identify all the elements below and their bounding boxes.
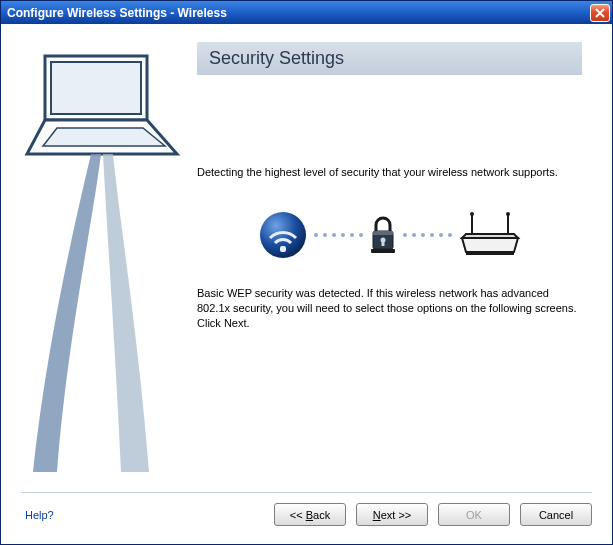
wireless-signal-icon: [258, 210, 308, 260]
help-link[interactable]: Help?: [25, 509, 54, 521]
wizard-illustration: [21, 42, 191, 484]
result-text: Basic WEP security was detected. If this…: [197, 286, 582, 331]
detection-diagram: [197, 210, 582, 260]
titlebar: Configure Wireless Settings - Wireless: [1, 1, 612, 24]
padlock-icon: [369, 215, 397, 255]
diagram-dots-left: [314, 233, 363, 237]
main-pane: Security Settings Detecting the highest …: [191, 42, 592, 484]
router-icon: [458, 212, 522, 258]
svg-point-9: [470, 212, 474, 216]
content-area: Security Settings Detecting the highest …: [1, 24, 612, 492]
svg-rect-11: [466, 252, 514, 255]
diagram-dots-right: [403, 233, 452, 237]
section-title: Security Settings: [197, 42, 582, 75]
next-button[interactable]: Next >>: [356, 503, 428, 526]
cancel-button[interactable]: Cancel: [520, 503, 592, 526]
footer-bar: Help? << Back Next >> OK Cancel: [1, 493, 612, 544]
svg-rect-1: [280, 246, 286, 252]
svg-rect-6: [371, 249, 395, 253]
laptop-signal-icon: [21, 42, 191, 482]
ok-button[interactable]: OK: [438, 503, 510, 526]
detecting-text: Detecting the highest level of security …: [197, 165, 582, 180]
close-button[interactable]: [590, 4, 610, 22]
close-icon: [595, 8, 605, 18]
svg-rect-5: [381, 241, 384, 246]
wizard-window: Configure Wireless Settings - Wireless: [0, 0, 613, 545]
svg-rect-3: [373, 231, 393, 235]
window-title: Configure Wireless Settings - Wireless: [7, 6, 590, 20]
back-button[interactable]: << Back: [274, 503, 346, 526]
svg-point-10: [506, 212, 510, 216]
